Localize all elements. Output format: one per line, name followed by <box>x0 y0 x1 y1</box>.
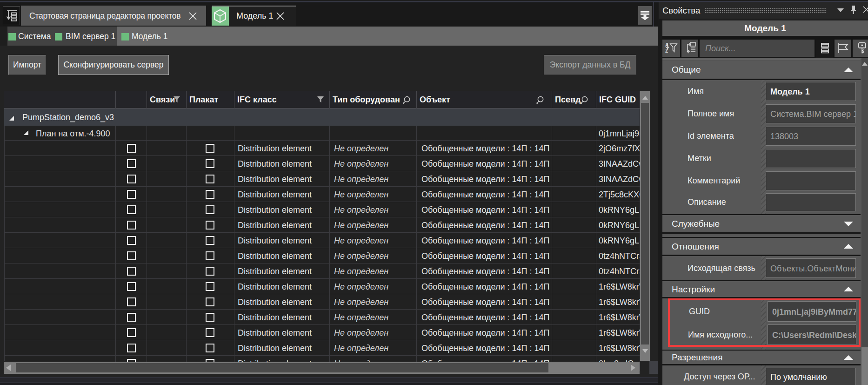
svg-text:A: A <box>665 42 668 47</box>
svg-text:Z: Z <box>665 48 668 54</box>
